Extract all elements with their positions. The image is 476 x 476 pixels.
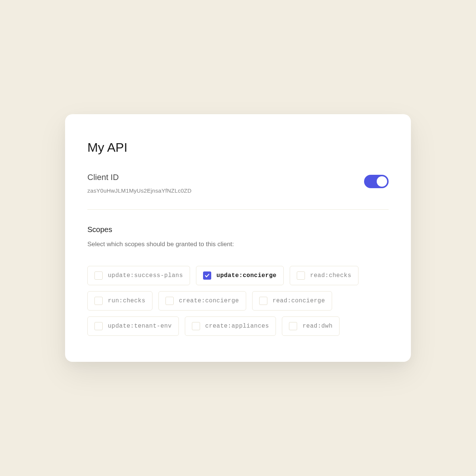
scope-checkbox[interactable] <box>94 271 103 280</box>
client-enabled-toggle[interactable] <box>364 175 389 188</box>
scope-item-read-dwh[interactable]: read:dwh <box>282 316 340 336</box>
scope-item-read-checks[interactable]: read:checks <box>290 266 358 285</box>
client-id-value: zasY0uHwJLM1MyUs2EjnsaYfNZLc0ZD <box>87 187 364 194</box>
scope-item-update-tenant-env[interactable]: update:tenant-env <box>87 316 179 336</box>
scope-checkbox[interactable] <box>203 271 211 280</box>
scopes-grid: update:success-plansupdate:conciergeread… <box>87 266 389 336</box>
scope-checkbox[interactable] <box>94 322 103 330</box>
scope-item-create-appliances[interactable]: create:appliances <box>185 316 276 336</box>
scope-checkbox[interactable] <box>297 271 305 280</box>
scope-checkbox[interactable] <box>165 297 174 305</box>
scopes-heading: Scopes <box>87 225 389 234</box>
scope-item-read-concierge[interactable]: read:concierge <box>252 291 332 311</box>
scope-label: read:concierge <box>273 298 325 304</box>
divider <box>87 209 389 210</box>
client-id-row: Client ID zasY0uHwJLM1MyUs2EjnsaYfNZLc0Z… <box>87 173 389 194</box>
scope-label: create:concierge <box>179 298 239 304</box>
scope-label: update:concierge <box>216 272 277 279</box>
scope-label: read:checks <box>310 272 351 279</box>
scope-checkbox[interactable] <box>289 322 297 330</box>
client-id-label: Client ID <box>87 173 364 182</box>
scope-label: read:dwh <box>302 323 332 329</box>
scope-item-run-checks[interactable]: run:checks <box>87 291 152 311</box>
scope-label: run:checks <box>108 298 145 304</box>
scope-checkbox[interactable] <box>259 297 267 305</box>
scope-item-update-success-plans[interactable]: update:success-plans <box>87 266 190 285</box>
scope-checkbox[interactable] <box>192 322 200 330</box>
scope-checkbox[interactable] <box>94 297 103 305</box>
api-settings-card: My API Client ID zasY0uHwJLM1MyUs2EjnsaY… <box>65 114 411 362</box>
scope-label: create:appliances <box>205 323 269 329</box>
toggle-knob <box>377 176 387 187</box>
client-id-info: Client ID zasY0uHwJLM1MyUs2EjnsaYfNZLc0Z… <box>87 173 364 194</box>
scope-item-create-concierge[interactable]: create:concierge <box>158 291 246 311</box>
scope-label: update:tenant-env <box>108 323 172 329</box>
scope-label: update:success-plans <box>108 272 183 279</box>
scope-item-update-concierge[interactable]: update:concierge <box>196 266 284 285</box>
scopes-description: Select which scopes should be granted to… <box>87 241 389 248</box>
page-title: My API <box>87 140 389 155</box>
